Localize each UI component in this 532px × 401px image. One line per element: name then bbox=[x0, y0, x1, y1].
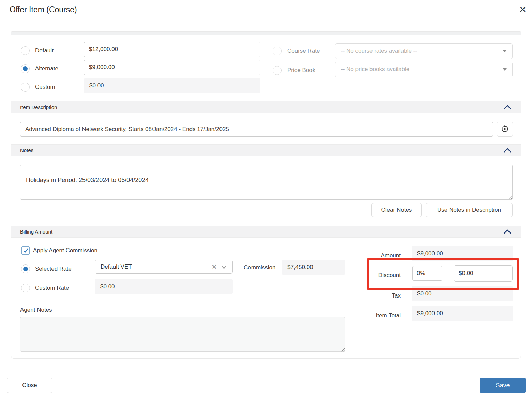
course-rate-placeholder: -- No course rates available -- bbox=[341, 48, 500, 54]
default-price-label: Default bbox=[35, 47, 54, 54]
restore-description-button[interactable] bbox=[497, 122, 513, 137]
apply-agent-commission-checkbox[interactable] bbox=[21, 246, 30, 255]
checkmark-icon bbox=[23, 248, 29, 253]
use-notes-in-description-button[interactable]: Use Notes in Description bbox=[426, 203, 513, 217]
radio-default-price[interactable] bbox=[21, 46, 30, 55]
price-book-placeholder: -- No price books available bbox=[341, 66, 500, 73]
header-divider bbox=[0, 21, 532, 21]
close-button[interactable]: Close bbox=[7, 378, 52, 393]
radio-price-book[interactable] bbox=[273, 66, 282, 75]
price-book-select[interactable]: -- No price books available bbox=[335, 62, 513, 77]
page-title: Offer Item (Course) bbox=[10, 5, 77, 14]
close-icon[interactable]: ✕ bbox=[517, 4, 528, 15]
item-total-label: Item Total bbox=[367, 312, 401, 319]
save-button[interactable]: Save bbox=[480, 378, 526, 393]
agent-notes-label: Agent Notes bbox=[20, 307, 52, 314]
radio-selected-rate[interactable] bbox=[21, 264, 30, 273]
offer-item-dialog: Offer Item (Course) ✕ Default Alternate … bbox=[0, 0, 532, 401]
price-book-label: Price Book bbox=[287, 67, 315, 74]
radio-custom-rate[interactable] bbox=[21, 284, 30, 292]
amount-label: Amount bbox=[367, 252, 401, 259]
course-rate-label: Course Rate bbox=[287, 48, 320, 54]
radio-course-rate[interactable] bbox=[273, 47, 282, 55]
radio-alternate-price[interactable] bbox=[21, 64, 30, 73]
discount-label: Discount bbox=[367, 272, 401, 279]
tax-field: $0.00 bbox=[412, 286, 513, 301]
amount-field: $9,000.00 bbox=[412, 246, 513, 261]
agent-rate-value: Default VET bbox=[101, 263, 212, 270]
alternate-price-label: Alternate bbox=[35, 65, 58, 72]
custom-price-field: $0.00 bbox=[84, 78, 260, 93]
course-rate-select[interactable]: -- No course rates available -- bbox=[335, 43, 513, 59]
chevron-up-icon[interactable] bbox=[503, 229, 512, 235]
radio-custom-price[interactable] bbox=[21, 83, 30, 92]
billing-amount-header: Billing Amount bbox=[11, 226, 521, 238]
commission-label: Commission bbox=[244, 264, 276, 271]
item-total-field: $9,000.00 bbox=[412, 306, 513, 321]
history-restore-icon bbox=[500, 125, 509, 133]
alternate-price-input[interactable] bbox=[84, 60, 260, 75]
agent-notes-textarea[interactable] bbox=[20, 317, 345, 352]
clear-selection-icon[interactable]: ✕ bbox=[212, 263, 217, 271]
tax-label: Tax bbox=[367, 292, 401, 299]
dialog-body-panel: Default Alternate Custom $0.00 Course Ra… bbox=[11, 31, 521, 359]
agent-rate-select[interactable]: Default VET ✕ bbox=[95, 260, 233, 274]
item-description-input[interactable] bbox=[20, 122, 493, 137]
collapsed-section-sliver bbox=[11, 32, 521, 35]
chevron-down-icon bbox=[503, 68, 507, 71]
item-description-title: Item Description bbox=[20, 104, 503, 110]
discount-amount-input[interactable] bbox=[454, 265, 513, 282]
selected-rate-label: Selected Rate bbox=[35, 266, 72, 272]
chevron-down-icon bbox=[503, 50, 507, 52]
apply-agent-commission-label: Apply Agent Commission bbox=[33, 247, 97, 254]
default-price-input[interactable] bbox=[84, 42, 260, 57]
clear-notes-button[interactable]: Clear Notes bbox=[371, 203, 422, 217]
notes-textarea[interactable]: Holidays in Period: 25/03/2024 to 05/04/… bbox=[20, 165, 513, 200]
chevron-up-icon[interactable] bbox=[503, 105, 512, 110]
chevron-up-icon[interactable] bbox=[503, 148, 512, 153]
custom-rate-field: $0.00 bbox=[95, 279, 233, 294]
notes-title: Notes bbox=[20, 147, 503, 153]
item-description-header: Item Description bbox=[11, 101, 521, 113]
commission-field: $7,450.00 bbox=[282, 260, 345, 275]
chevron-down-icon bbox=[221, 265, 227, 269]
notes-header: Notes bbox=[11, 144, 521, 156]
billing-amount-title: Billing Amount bbox=[20, 229, 503, 235]
discount-percent-input[interactable] bbox=[412, 266, 442, 281]
custom-price-label: Custom bbox=[35, 84, 55, 91]
custom-rate-label: Custom Rate bbox=[35, 285, 69, 291]
